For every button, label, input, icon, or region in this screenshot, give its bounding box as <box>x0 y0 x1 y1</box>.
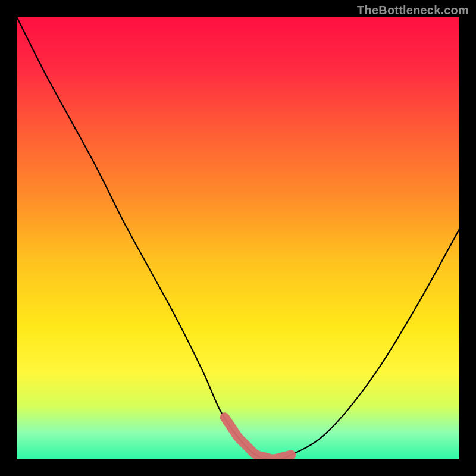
chart-svg <box>17 17 459 459</box>
gradient-background <box>17 17 459 459</box>
watermark-text: TheBottleneck.com <box>357 4 469 17</box>
chart-stage <box>17 17 459 459</box>
